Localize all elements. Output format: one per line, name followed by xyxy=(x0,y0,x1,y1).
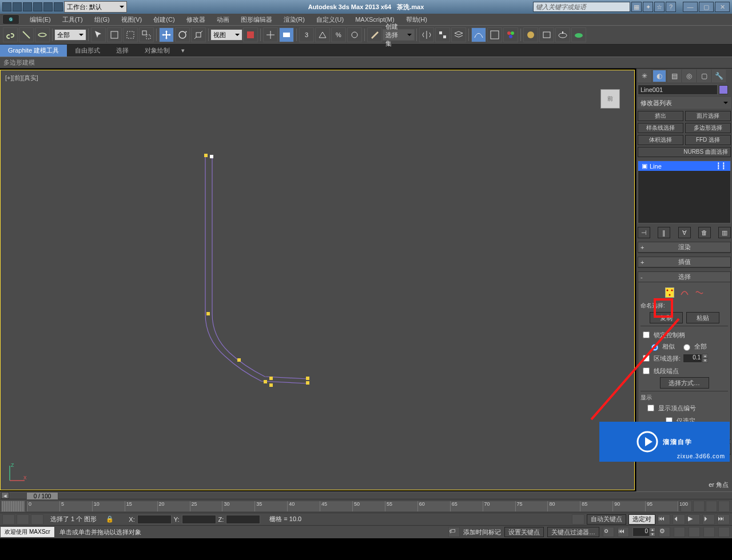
rollup-head-interp[interactable]: +插值 xyxy=(638,257,730,267)
configure-sets-icon[interactable]: ▥ xyxy=(718,227,731,238)
nav-zoom-icon[interactable] xyxy=(693,501,705,512)
keyboard-shortcut-icon[interactable] xyxy=(279,27,294,42)
align-icon[interactable] xyxy=(435,27,450,42)
tab-utilities-icon[interactable]: 🔧 xyxy=(712,70,726,82)
named-sel-dropdown[interactable]: 创建选择集 xyxy=(383,29,415,41)
help-search-input[interactable]: 键入关键字或短语 xyxy=(533,2,630,12)
curve-editor-icon[interactable] xyxy=(471,27,486,42)
segment-end-check[interactable]: 线段端点 xyxy=(640,366,679,376)
welcome-button[interactable]: 欢迎使用 MAXScr xyxy=(0,526,55,538)
qat-new-icon[interactable] xyxy=(2,2,11,11)
ribbon-tab-graphite[interactable]: Graphite 建模工具 xyxy=(0,45,67,57)
play-icon[interactable]: ▶ xyxy=(687,514,700,525)
time-tag-label[interactable]: 添加时间标记 xyxy=(463,528,501,537)
help-icon[interactable]: ? xyxy=(666,2,676,12)
btn-extrude[interactable]: 挤出 xyxy=(638,111,683,121)
menu-graph-editors[interactable]: 图形编辑器 xyxy=(235,15,278,24)
sel-lock-icon[interactable]: 🔒 xyxy=(106,515,115,523)
close-button[interactable]: ✕ xyxy=(715,2,730,12)
goto-start-icon[interactable]: ⏮ xyxy=(618,527,629,537)
copy-button[interactable]: 复制 xyxy=(650,312,683,323)
btn-face-select[interactable]: 面片选择 xyxy=(685,111,731,121)
select-by-name-icon[interactable] xyxy=(107,27,122,42)
play-end-icon[interactable]: ⏭ xyxy=(717,514,730,525)
selset-button[interactable]: 选定对 xyxy=(628,514,655,525)
btn-ffd-select[interactable]: FFD 选择 xyxy=(685,135,731,145)
btn-poly-select[interactable]: 多边形选择 xyxy=(685,123,731,133)
render-setup-icon[interactable] xyxy=(523,27,538,42)
schematic-view-icon[interactable] xyxy=(487,27,502,42)
menu-anim[interactable]: 动画 xyxy=(211,15,235,24)
menu-create[interactable]: 创建(C) xyxy=(148,15,180,24)
comm-center-icon[interactable] xyxy=(572,514,584,525)
subscription-icon[interactable]: ▦ xyxy=(631,2,642,12)
manipulate-icon[interactable] xyxy=(263,27,278,42)
menu-views[interactable]: 视图(V) xyxy=(116,15,148,24)
tab-hierarchy-icon[interactable]: ▤ xyxy=(667,70,681,82)
ribbon-collapse-icon[interactable]: ▾ xyxy=(178,45,188,56)
play-next-icon[interactable]: ⏵ xyxy=(702,514,715,525)
subobj-spline-icon[interactable] xyxy=(695,288,704,297)
rendered-frame-icon[interactable] xyxy=(539,27,554,42)
ribbon-tab-objpaint[interactable]: 对象绘制 xyxy=(137,45,178,57)
menu-tools[interactable]: 工具(T) xyxy=(57,15,89,24)
menu-edit[interactable]: 编辑(E) xyxy=(24,15,57,24)
render-icon[interactable] xyxy=(555,27,570,42)
menu-help[interactable]: 帮助(H) xyxy=(400,15,433,24)
time-tag-icon[interactable]: 🏷 xyxy=(448,527,460,537)
key-mode-icon[interactable] xyxy=(1,501,25,512)
modifier-list-dropdown[interactable]: 修改器列表 xyxy=(638,97,731,109)
rollup-head-render[interactable]: +渲染 xyxy=(638,242,730,253)
pin-stack-icon[interactable]: ⊣ xyxy=(638,227,650,238)
select-by-button[interactable]: 选择方式… xyxy=(660,377,709,389)
coord-y-input[interactable] xyxy=(182,515,216,524)
nav-orbit-icon[interactable] xyxy=(706,501,717,512)
object-name-input[interactable]: Line001 xyxy=(638,85,718,95)
ref-coord-dropdown[interactable]: 视图 xyxy=(210,29,242,41)
exchange-icon[interactable]: ✦ xyxy=(643,2,653,12)
alike-radio[interactable]: 相似 xyxy=(649,342,675,351)
minimize-button[interactable]: — xyxy=(683,2,698,12)
show-vertex-num-check[interactable]: 显示顶点编号 xyxy=(640,403,696,413)
lock-sel-icon[interactable] xyxy=(17,514,29,525)
viewport-front[interactable]: [+][前][真实] 前 z x xyxy=(0,70,635,490)
unlink-icon[interactable] xyxy=(19,27,34,42)
isolate-icon[interactable] xyxy=(31,514,43,525)
remove-mod-icon[interactable]: 🗑 xyxy=(698,227,711,238)
select-object-icon[interactable] xyxy=(91,27,106,42)
rollup-head-select[interactable]: -选择 xyxy=(638,272,730,282)
tab-motion-icon[interactable]: ◎ xyxy=(682,70,696,82)
menu-customize[interactable]: 自定义(U) xyxy=(311,15,349,24)
timeslider-prev-icon[interactable]: ◂ xyxy=(1,492,9,499)
current-frame-spinner[interactable]: 0▲▼ xyxy=(632,527,655,537)
window-crossing-icon[interactable] xyxy=(139,27,154,42)
menu-modifiers[interactable]: 修改器 xyxy=(181,15,211,24)
bind-icon[interactable] xyxy=(35,27,50,42)
make-unique-icon[interactable]: ∀ xyxy=(678,227,691,238)
show-end-result-icon[interactable]: ‖ xyxy=(658,227,670,238)
spinner-snap-icon[interactable] xyxy=(347,27,362,42)
snap-angle-icon[interactable] xyxy=(315,27,330,42)
rotate-icon[interactable] xyxy=(175,27,190,42)
nav-max-icon[interactable] xyxy=(718,501,730,512)
lock-handles-check[interactable]: 锁定控制柄 xyxy=(640,330,685,340)
time-slider[interactable]: 0 / 100 xyxy=(26,492,58,500)
render-prod-icon[interactable] xyxy=(571,27,586,42)
scale-icon[interactable] xyxy=(191,27,206,42)
pivot-icon[interactable] xyxy=(243,27,258,42)
menu-group[interactable]: 组(G) xyxy=(89,15,116,24)
time-config-icon[interactable]: ⚙ xyxy=(659,527,670,537)
object-color-swatch[interactable] xyxy=(719,85,728,94)
setkey-button[interactable]: 设置关键点 xyxy=(504,527,544,537)
snap-3d-icon[interactable]: 3 xyxy=(299,27,314,42)
coord-z-input[interactable] xyxy=(226,515,260,524)
btn-volume-select[interactable]: 体积选择 xyxy=(638,135,683,145)
vp2-icon[interactable] xyxy=(689,527,700,537)
menu-render[interactable]: 渲染(R) xyxy=(278,15,311,24)
snap-percent-icon[interactable]: % xyxy=(331,27,346,42)
vp1-icon[interactable] xyxy=(674,527,685,537)
vp3-icon[interactable] xyxy=(703,527,715,537)
vp4-icon[interactable] xyxy=(718,527,730,537)
autokey-button[interactable]: 自动关键点 xyxy=(587,514,626,525)
material-editor-icon[interactable] xyxy=(503,27,518,42)
